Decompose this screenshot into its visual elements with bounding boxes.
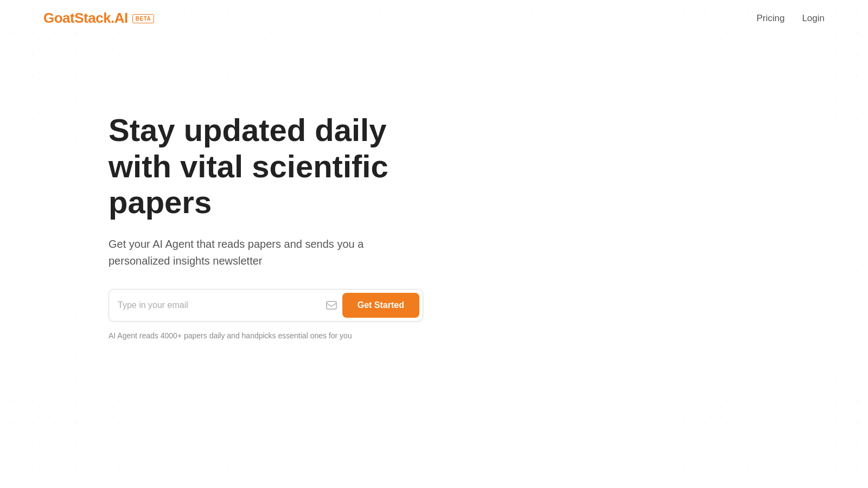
social-proof-text: AI Agent reads 4000+ papers daily and ha… (108, 331, 423, 340)
hero-section: Stay updated daily with vital scientific… (0, 36, 467, 340)
logo[interactable]: GoatStack.AI BETA (43, 10, 154, 27)
mail-icon (326, 301, 337, 310)
get-started-button[interactable]: Get Started (342, 293, 419, 318)
hero-subtitle: Get your AI Agent that reads papers and … (108, 236, 423, 269)
hero-title: Stay updated daily with vital scientific… (108, 112, 423, 221)
pricing-link[interactable]: Pricing (756, 13, 784, 24)
beta-badge: BETA (132, 14, 154, 23)
main-nav: Pricing Login (756, 13, 825, 24)
email-form: Get Started (108, 289, 423, 322)
logo-text: GoatStack.AI (43, 10, 128, 27)
site-header: GoatStack.AI BETA Pricing Login (0, 0, 868, 36)
login-link[interactable]: Login (802, 13, 825, 24)
email-input[interactable] (118, 296, 326, 314)
svg-rect-0 (327, 301, 336, 309)
